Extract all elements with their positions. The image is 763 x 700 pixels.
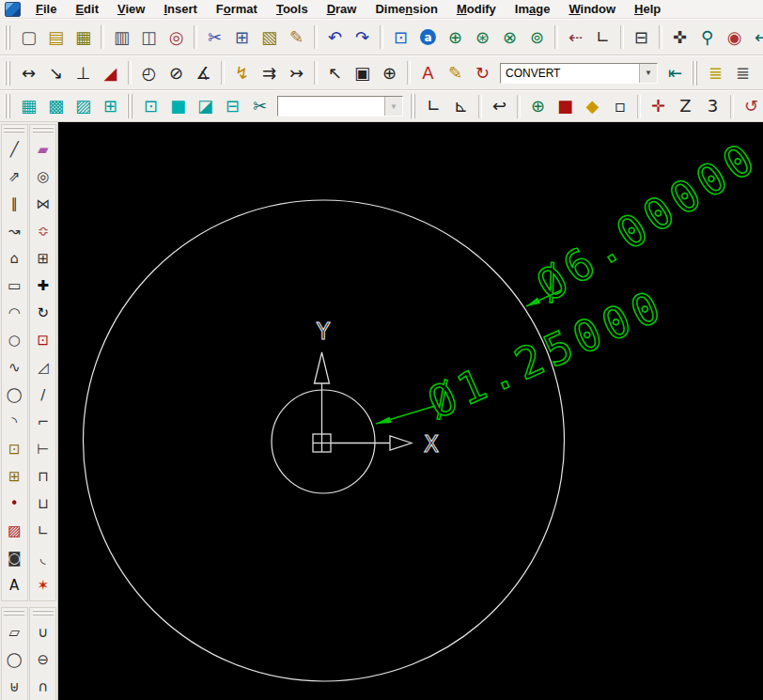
image-quality-button[interactable]: ▩ xyxy=(42,93,70,119)
stretch-button[interactable]: ◿ xyxy=(31,354,55,381)
break-at-point-button[interactable]: ⊓ xyxy=(31,463,55,490)
reference-select[interactable]: ▼ xyxy=(277,96,403,117)
named-views-button[interactable]: ⊟ xyxy=(628,24,655,51)
ucs-previous-button[interactable]: ↩ xyxy=(486,93,513,119)
menu-dimension[interactable]: Dimension xyxy=(366,1,446,17)
lengthen-button[interactable]: ∕ xyxy=(31,381,55,409)
toolbar-grab-handle[interactable] xyxy=(410,94,417,118)
spell-check-button[interactable]: ◎ xyxy=(163,24,190,51)
menu-draw[interactable]: Draw xyxy=(318,1,366,17)
inner-dimension-leader[interactable] xyxy=(376,406,435,424)
menu-help[interactable]: Help xyxy=(625,1,670,17)
layers-button[interactable]: ≣ xyxy=(729,60,756,86)
origin-ucs-button[interactable]: ✛ xyxy=(645,93,672,119)
solid-box-button[interactable]: ▱ xyxy=(2,619,26,646)
array-button[interactable]: ⊞ xyxy=(31,245,55,272)
image-frame-button[interactable]: ⊞ xyxy=(97,93,124,119)
explode-button[interactable]: ✶ xyxy=(31,572,55,599)
quick-dimension-button[interactable]: ↯ xyxy=(228,60,256,86)
undo-button[interactable]: ↶ xyxy=(321,24,349,51)
print-preview-button[interactable]: ◫ xyxy=(135,24,163,51)
mirror-button[interactable]: ⋈ xyxy=(31,191,55,218)
toolbar-grab-handle[interactable] xyxy=(5,94,12,118)
trim-button[interactable]: ⌐ xyxy=(31,409,55,436)
radius-dimension-button[interactable]: ◴ xyxy=(135,60,163,86)
autocad-today-button[interactable]: ⊡ xyxy=(387,24,414,51)
menu-file[interactable]: File xyxy=(26,1,66,17)
hyperlink-button[interactable]: ⊚ xyxy=(523,24,551,51)
dimension-text-edit-button[interactable]: ✎ xyxy=(442,60,469,86)
inner-circle[interactable] xyxy=(272,390,375,493)
etransmit-button[interactable]: ⊗ xyxy=(496,24,523,51)
toolbar-grab-handle[interactable] xyxy=(4,610,24,617)
spline-button[interactable]: ∿ xyxy=(2,354,26,381)
display-ucs-dialog-button[interactable]: ⊾ xyxy=(447,93,475,119)
eplot-button[interactable]: ⊛ xyxy=(469,24,496,51)
extend-button[interactable]: ⊢ xyxy=(31,436,55,463)
cut-button[interactable]: ✂ xyxy=(201,24,228,51)
open-file-button[interactable]: ▤ xyxy=(42,24,70,51)
ucs-flyout-button[interactable]: ∟ xyxy=(589,24,616,51)
make-block-button[interactable]: ⊞ xyxy=(2,463,26,490)
quick-leader-button[interactable]: ↖ xyxy=(321,60,349,86)
publish-to-web-button[interactable]: ⊕ xyxy=(442,24,469,51)
drawing-canvas[interactable]: Y X Ø6.00000 Ø1.25000 xyxy=(58,122,763,700)
diameter-dimension-button[interactable]: ⊘ xyxy=(163,60,190,86)
erase-button[interactable]: ▰ xyxy=(31,136,55,163)
line-button[interactable]: ╱ xyxy=(2,136,26,163)
copy-button[interactable]: ⊞ xyxy=(228,24,256,51)
toolbar-grab-handle[interactable] xyxy=(692,61,699,86)
intersect-button[interactable]: ∩ xyxy=(31,674,55,700)
region-button[interactable]: ◙ xyxy=(2,545,26,572)
apply-ucs-button[interactable]: ↺ xyxy=(738,93,763,119)
offset-button[interactable]: ≎ xyxy=(31,218,55,245)
angular-dimension-button[interactable]: ∡ xyxy=(190,60,217,86)
dimension-style-button[interactable]: ⇤ xyxy=(662,60,689,86)
match-properties-button[interactable]: ✎ xyxy=(283,24,310,51)
scale-button[interactable]: ⊡ xyxy=(31,327,55,354)
multiline-button[interactable]: ∥ xyxy=(2,191,26,218)
zoom-realtime-button[interactable]: ⚲ xyxy=(693,24,721,51)
polyline-button[interactable]: ↝ xyxy=(2,218,26,245)
temporary-tracking-point-button[interactable]: ⇠ xyxy=(562,24,589,51)
inner-diameter-text[interactable]: Ø1.25000 xyxy=(421,279,673,428)
object-ucs-button[interactable]: ■ xyxy=(552,93,579,119)
ellipse-button[interactable]: ◯ xyxy=(2,381,26,409)
circle-button[interactable]: ○ xyxy=(2,327,26,354)
menu-modify[interactable]: Modify xyxy=(447,1,506,17)
chamfer-button[interactable]: ∟ xyxy=(31,518,55,545)
dimension-oblique-button[interactable]: ◢ xyxy=(97,60,124,86)
move-button[interactable]: ✚ xyxy=(31,272,55,300)
menu-window[interactable]: Window xyxy=(559,1,625,17)
dimension-edit-button[interactable]: A xyxy=(414,60,442,86)
ellipse-arc-button[interactable]: ◝ xyxy=(2,409,26,436)
autodesk-point-a-button[interactable]: a xyxy=(414,24,442,51)
hatch-button[interactable]: ▨ xyxy=(2,518,26,545)
insert-block-button[interactable]: ⊡ xyxy=(2,436,26,463)
toolbar-grab-handle[interactable] xyxy=(4,127,24,134)
image-adjust-button[interactable]: ▦ xyxy=(15,93,42,119)
solid-cylinder-button[interactable]: ⊎ xyxy=(2,674,26,700)
ucs-3-point-button[interactable]: 3 xyxy=(699,93,726,119)
linear-dimension-button[interactable]: ↔ xyxy=(15,60,42,86)
image-attach-button[interactable]: ■ xyxy=(164,93,192,119)
baseline-dimension-button[interactable]: ⇉ xyxy=(256,60,283,86)
image-transparency-button[interactable]: ▨ xyxy=(70,93,97,119)
tolerance-button[interactable]: ▣ xyxy=(349,60,376,86)
copy-object-button[interactable]: ◎ xyxy=(31,163,55,191)
z-axis-ucs-button[interactable]: Z xyxy=(672,93,699,119)
toolbar-grab-handle[interactable] xyxy=(5,61,12,86)
construction-line-button[interactable]: ⇗ xyxy=(2,163,26,191)
ucs-button[interactable]: ∟ xyxy=(420,93,447,119)
layer-previous-button[interactable]: ≣ xyxy=(702,60,729,86)
menu-image[interactable]: Image xyxy=(506,1,560,17)
rectangle-button[interactable]: ▭ xyxy=(2,272,26,300)
dimension-update-button[interactable]: ↻ xyxy=(469,60,496,86)
dim-style-select[interactable]: CONVERT▼ xyxy=(500,63,658,84)
zoom-previous-button[interactable]: ↩ xyxy=(748,24,763,51)
xref-frame-button[interactable]: ⊟ xyxy=(219,93,246,119)
pan-realtime-button[interactable]: ✜ xyxy=(666,24,693,51)
subtract-button[interactable]: ⊖ xyxy=(31,646,55,674)
polygon-button[interactable]: ⌂ xyxy=(2,245,26,272)
image-clip-button[interactable]: ✂ xyxy=(246,93,273,119)
